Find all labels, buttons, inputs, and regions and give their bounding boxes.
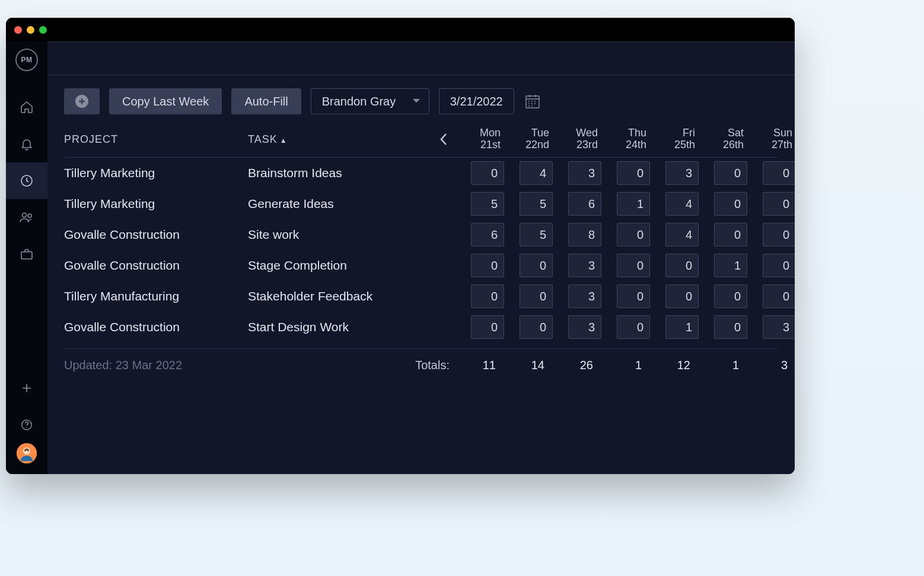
sidebar-item-add[interactable] [6, 370, 47, 407]
hour-input[interactable] [617, 161, 650, 185]
hour-input[interactable] [617, 254, 650, 277]
sidebar-item-home[interactable] [6, 89, 47, 126]
hour-input[interactable] [617, 284, 650, 308]
hour-input[interactable] [714, 284, 747, 308]
hour-input[interactable] [471, 284, 504, 308]
hour-input[interactable] [520, 192, 553, 216]
cell-project: Tillery Marketing [64, 197, 248, 211]
week-date-input[interactable]: 3/21/2022 [439, 88, 514, 114]
hour-input[interactable] [568, 192, 601, 216]
close-window-button[interactable] [14, 26, 22, 34]
prev-week-button[interactable] [432, 127, 455, 151]
plus-circle-icon [74, 94, 90, 109]
hour-input[interactable] [471, 223, 504, 247]
hour-input[interactable] [763, 254, 795, 277]
hour-cell [504, 254, 553, 277]
sort-ascending-icon: ▲ [280, 136, 288, 145]
copy-last-week-button[interactable]: Copy Last Week [109, 88, 222, 114]
hour-input[interactable] [617, 223, 650, 247]
hour-input[interactable] [568, 161, 601, 185]
toolbar: Copy Last Week Auto-Fill Brandon Gray 3/… [47, 75, 795, 127]
user-avatar[interactable] [17, 443, 37, 463]
hour-cell [553, 284, 601, 308]
hour-cell [504, 284, 553, 308]
hour-input[interactable] [617, 315, 650, 339]
hour-input[interactable] [763, 192, 795, 216]
hour-cell [699, 161, 747, 185]
auto-fill-button[interactable]: Auto-Fill [231, 88, 301, 114]
hour-input[interactable] [665, 223, 699, 247]
calendar-picker-button[interactable] [524, 92, 541, 110]
hour-input[interactable] [763, 315, 795, 339]
hour-cell [455, 161, 504, 185]
hour-cell [650, 192, 699, 216]
bell-icon [20, 137, 34, 151]
hour-input[interactable] [568, 315, 601, 339]
hour-input[interactable] [471, 254, 504, 277]
hour-cell [650, 161, 699, 185]
sidebar-item-portfolio[interactable] [6, 236, 47, 273]
hour-input[interactable] [471, 315, 504, 339]
column-header-task[interactable]: TASK▲ [248, 133, 432, 146]
sidebar-item-notifications[interactable] [6, 126, 47, 162]
hour-input[interactable] [471, 161, 504, 185]
total-sun: 3 [747, 359, 795, 372]
hour-input[interactable] [714, 254, 747, 277]
minimize-window-button[interactable] [27, 26, 34, 34]
hour-input[interactable] [568, 223, 601, 247]
hour-input[interactable] [763, 223, 795, 247]
hour-input[interactable] [471, 192, 504, 216]
day-header-sat: Sat26th [699, 127, 747, 151]
hour-cell [650, 315, 699, 339]
hour-input[interactable] [617, 192, 650, 216]
day-header-sun: Sun27th [747, 127, 795, 151]
chevron-down-icon [412, 98, 420, 104]
hour-input[interactable] [665, 192, 699, 216]
hour-input[interactable] [568, 284, 601, 308]
cell-task: Generate Ideas [248, 197, 432, 211]
column-header-project[interactable]: PROJECT [64, 133, 248, 146]
hour-input[interactable] [665, 161, 699, 185]
hour-input[interactable] [520, 284, 553, 308]
hour-input[interactable] [520, 223, 553, 247]
hour-cell [455, 315, 504, 339]
hour-input[interactable] [520, 315, 553, 339]
hour-input[interactable] [714, 223, 747, 247]
cell-project: Govalle Construction [64, 258, 248, 273]
hour-input[interactable] [763, 284, 795, 308]
hour-input[interactable] [714, 161, 747, 185]
user-select[interactable]: Brandon Gray [311, 88, 429, 114]
titlebar [6, 18, 795, 41]
cell-project: Tillery Marketing [64, 166, 248, 180]
hour-cell [553, 223, 601, 247]
help-icon [20, 418, 33, 431]
table-row: Tillery ManufacturingStakeholder Feedbac… [64, 281, 778, 312]
hour-input[interactable] [520, 254, 553, 277]
hour-input[interactable] [714, 192, 747, 216]
hour-input[interactable] [763, 161, 795, 185]
hour-input[interactable] [520, 161, 553, 185]
hour-input[interactable] [665, 315, 699, 339]
maximize-window-button[interactable] [39, 26, 47, 34]
sidebar-item-timesheet[interactable] [6, 162, 47, 199]
cell-task: Brainstorm Ideas [248, 166, 432, 180]
hour-cell [455, 223, 504, 247]
hour-input[interactable] [714, 315, 747, 339]
svg-point-8 [25, 450, 26, 452]
hour-cell [504, 161, 553, 185]
updated-timestamp: Updated: 23 Mar 2022 [64, 359, 248, 372]
table-footer: Updated: 23 Mar 2022 Totals: 11 14 26 1 … [64, 348, 778, 372]
chevron-left-icon [439, 133, 448, 146]
total-sat: 1 [699, 359, 747, 372]
avatar-icon [17, 443, 37, 463]
cell-task: Stage Completion [248, 258, 432, 273]
hour-cell [504, 315, 553, 339]
sidebar-item-team[interactable] [6, 199, 47, 236]
hour-input[interactable] [665, 254, 699, 277]
svg-point-1 [23, 213, 27, 217]
hour-input[interactable] [568, 254, 601, 277]
sidebar-item-help[interactable] [6, 407, 47, 443]
hour-cell [601, 315, 650, 339]
hour-input[interactable] [665, 284, 699, 308]
add-entry-button[interactable] [64, 88, 100, 114]
